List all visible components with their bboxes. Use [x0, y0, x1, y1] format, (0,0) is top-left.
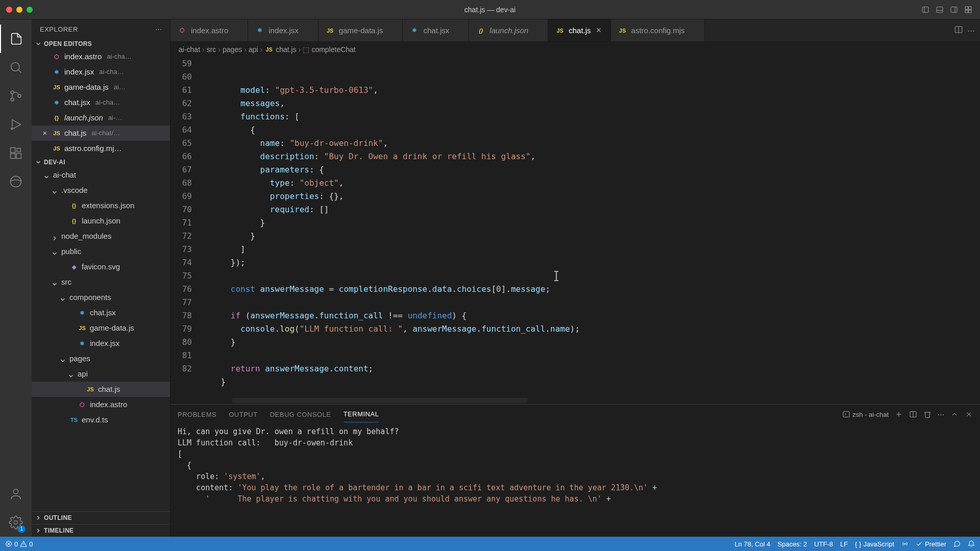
code-line[interactable]: });: [201, 256, 980, 269]
explorer-icon[interactable]: [0, 24, 32, 53]
tree-file[interactable]: {}launch.json: [32, 213, 170, 229]
toggle-panel-icon[interactable]: [934, 4, 945, 15]
tree-file[interactable]: ⚛index.jsx: [32, 336, 170, 351]
status-indent[interactable]: Spaces: 2: [777, 540, 807, 548]
code-line[interactable]: const answerMessage = completionResponse…: [201, 283, 980, 296]
editor-tab[interactable]: JSgame-data.js: [318, 19, 403, 41]
split-terminal-icon[interactable]: [909, 410, 917, 418]
terminal-output[interactable]: Hi, can you give Dr. owen a refill on my…: [170, 424, 980, 537]
code-line[interactable]: }: [201, 336, 980, 349]
section-open-editors[interactable]: OPEN EDITORS: [32, 39, 170, 49]
settings-gear-icon[interactable]: 1: [0, 508, 32, 537]
edge-tools-icon[interactable]: [0, 167, 32, 196]
code-line[interactable]: parameters: {: [201, 163, 980, 177]
source-control-icon[interactable]: [0, 82, 32, 110]
editor-tab[interactable]: JSchat.js: [548, 19, 610, 41]
toggle-primary-sidebar-icon[interactable]: [920, 4, 931, 15]
code-line[interactable]: }: [201, 375, 980, 389]
breadcrumb-item[interactable]: ai-chat: [179, 45, 200, 54]
status-radio-tower-icon[interactable]: [901, 540, 909, 547]
breadcrumb-item[interactable]: pages: [223, 45, 242, 54]
panel-tab[interactable]: TERMINAL: [344, 406, 379, 422]
status-eol[interactable]: LF: [840, 540, 848, 548]
status-errors[interactable]: 0 0: [5, 540, 33, 548]
new-terminal-icon[interactable]: [895, 410, 903, 418]
status-cursor-position[interactable]: Ln 78, Col 4: [734, 540, 770, 548]
code-editor[interactable]: 5960616263646566676869707172737475767778…: [170, 57, 980, 404]
tree-folder[interactable]: src: [32, 274, 170, 290]
code-line[interactable]: return answerMessage.content;: [201, 362, 980, 375]
editor-tab[interactable]: ⬡index.astro: [170, 19, 248, 41]
maximize-window-button[interactable]: [27, 7, 33, 13]
editor-tab[interactable]: ⚛index.jsx: [248, 19, 318, 41]
split-editor-icon[interactable]: [954, 25, 963, 36]
extensions-icon[interactable]: [0, 139, 32, 167]
code-line[interactable]: model: "gpt-3.5-turbo-0613",: [201, 84, 980, 97]
terminal-shell-selector[interactable]: zsh - ai-chat: [842, 410, 889, 418]
code-line[interactable]: {: [201, 123, 980, 137]
section-project[interactable]: DEV-AI: [32, 157, 170, 167]
tree-file[interactable]: {}extensions.json: [32, 198, 170, 213]
panel-tab[interactable]: DEBUG CONSOLE: [270, 407, 331, 422]
status-prettier[interactable]: Prettier: [916, 540, 946, 548]
run-debug-icon[interactable]: [0, 110, 32, 139]
code-line[interactable]: functions: [: [201, 110, 980, 123]
open-editor-item[interactable]: ×JSchat.jsai-chat/…: [32, 126, 170, 141]
status-encoding[interactable]: UTF-8: [814, 540, 833, 548]
status-language[interactable]: { } JavaScript: [855, 540, 894, 548]
breadcrumb-item[interactable]: ⬚completeChat: [303, 45, 355, 54]
accounts-icon[interactable]: [0, 480, 32, 508]
search-icon[interactable]: [0, 53, 32, 82]
code-line[interactable]: properties: {},: [201, 190, 980, 203]
breadcrumb-item[interactable]: src: [207, 45, 216, 54]
code-line[interactable]: [201, 296, 980, 309]
open-editor-item[interactable]: ×JSgame-data.jsai…: [32, 80, 170, 95]
tree-file[interactable]: ◆favicon.svg: [32, 259, 170, 274]
editor-tab[interactable]: {}launch.json: [469, 19, 548, 41]
code-line[interactable]: type: "object",: [201, 177, 980, 190]
kill-terminal-icon[interactable]: [923, 410, 932, 418]
code-line[interactable]: required: []: [201, 203, 980, 216]
close-window-button[interactable]: [6, 7, 12, 13]
code-line[interactable]: console.log("LLM function call: ", answe…: [201, 322, 980, 336]
status-feedback-icon[interactable]: [953, 540, 961, 547]
open-editor-item[interactable]: ×{}launch.jsonai-…: [32, 110, 170, 126]
section-timeline[interactable]: TIMELINE: [32, 524, 170, 537]
tree-folder[interactable]: .vscode: [32, 183, 170, 198]
tree-folder[interactable]: public: [32, 244, 170, 259]
maximize-panel-icon[interactable]: [950, 410, 959, 418]
tree-folder[interactable]: ai-chat: [32, 167, 170, 183]
panel-tab[interactable]: OUTPUT: [229, 407, 257, 422]
more-actions-icon[interactable]: ⋯: [967, 26, 975, 35]
close-tab-icon[interactable]: [595, 27, 603, 35]
tree-file[interactable]: ⚛chat.jsx: [32, 305, 170, 320]
open-editor-item[interactable]: ×JSastro.config.mj…: [32, 141, 170, 156]
horizontal-scrollbar[interactable]: [232, 398, 528, 403]
open-editor-item[interactable]: ×⚛chat.jsxai-cha…: [32, 95, 170, 110]
close-panel-icon[interactable]: [965, 410, 973, 418]
tree-file[interactable]: JSchat.js: [32, 382, 170, 397]
tree-folder[interactable]: components: [32, 290, 170, 305]
close-editor-icon[interactable]: ×: [41, 127, 49, 140]
code-line[interactable]: messages,: [201, 97, 980, 110]
tree-folder[interactable]: api: [32, 366, 170, 382]
editor-tab[interactable]: JSastro.config.mjs: [611, 19, 705, 41]
open-editor-item[interactable]: ×⬡index.astroai-cha…: [32, 49, 170, 64]
code-line[interactable]: [201, 269, 980, 283]
panel-more-icon[interactable]: ⋯: [938, 411, 944, 418]
tree-file[interactable]: ⬡index.astro: [32, 397, 170, 412]
code-line[interactable]: }: [201, 216, 980, 230]
code-line[interactable]: }: [201, 230, 980, 243]
editor-tab[interactable]: ⚛chat.jsx: [403, 19, 469, 41]
code-line[interactable]: ]: [201, 243, 980, 256]
panel-tab[interactable]: PROBLEMS: [178, 407, 216, 422]
breadcrumb-item[interactable]: JSchat.js: [264, 45, 296, 54]
minimize-window-button[interactable]: [16, 7, 22, 13]
tree-file[interactable]: JSgame-data.js: [32, 320, 170, 336]
breadcrumb-item[interactable]: api: [249, 45, 258, 54]
open-editor-item[interactable]: ×⚛index.jsxai-cha…: [32, 64, 170, 80]
tree-file[interactable]: TSenv.d.ts: [32, 412, 170, 428]
explorer-more-icon[interactable]: ⋯: [155, 26, 162, 33]
code-line[interactable]: [201, 349, 980, 362]
section-outline[interactable]: OUTLINE: [32, 511, 170, 524]
